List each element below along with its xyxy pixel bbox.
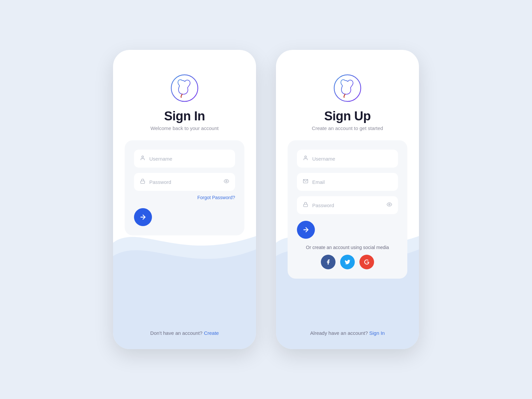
toggle-password-icon[interactable] (224, 179, 229, 185)
email-icon (303, 179, 308, 185)
svg-rect-2 (141, 181, 145, 183)
social-text: Or create an account using social media (297, 245, 398, 250)
svg-rect-8 (304, 204, 308, 206)
signup-email-field (297, 173, 398, 191)
signup-title: Sign Up (324, 109, 371, 123)
twitter-icon (344, 259, 350, 265)
google-icon (364, 259, 370, 265)
signin-card: Forgot Password? (125, 140, 244, 235)
signin-password-field (134, 173, 235, 191)
signup-logo-area: Sign Up Create an account to get started (312, 73, 383, 131)
svg-point-3 (226, 181, 227, 182)
signup-bottom-text: Already have an account? Sign In (310, 330, 385, 336)
svg-point-6 (305, 156, 306, 158)
arrow-right-signup-icon (302, 226, 310, 233)
signin-username-field (134, 150, 235, 168)
signup-logo (332, 73, 362, 103)
lock-icon (140, 179, 145, 185)
signup-password-input[interactable] (312, 202, 383, 208)
signin-logo-area: Sign In Welcome back to your account (151, 73, 219, 131)
forgot-password-link[interactable]: Forgot Password? (134, 195, 235, 200)
signin-password-input[interactable] (149, 179, 220, 185)
facebook-icon (325, 259, 331, 265)
facebook-button[interactable] (321, 255, 335, 269)
signup-username-field (297, 150, 398, 168)
toggle-signup-password-icon[interactable] (387, 202, 392, 208)
arrow-right-icon (139, 213, 147, 221)
signup-username-input[interactable] (312, 156, 392, 162)
svg-point-5 (334, 75, 361, 101)
signin-logo (170, 73, 200, 103)
signup-card: Or create an account using social media (288, 140, 407, 279)
twitter-button[interactable] (340, 255, 355, 269)
signup-subtitle: Create an account to get started (312, 125, 383, 131)
svg-point-1 (142, 156, 143, 158)
signup-password-field (297, 196, 398, 214)
svg-point-9 (389, 204, 390, 205)
google-button[interactable] (359, 255, 374, 269)
signup-phone: Sign Up Create an account to get started (276, 50, 419, 349)
svg-point-0 (171, 75, 198, 101)
signin-subtitle: Welcome back to your account (151, 125, 219, 131)
lock-icon-signup (303, 202, 308, 208)
signin-submit-button[interactable] (134, 208, 152, 226)
signin-phone: Sign In Welcome back to your account (113, 50, 256, 349)
signin-link[interactable]: Sign In (369, 330, 385, 336)
user-icon-signup (303, 155, 308, 162)
signup-submit-button[interactable] (297, 221, 315, 239)
user-icon (140, 155, 145, 162)
signup-email-input[interactable] (312, 179, 392, 185)
create-account-link[interactable]: Create (204, 330, 219, 336)
signin-bottom-text: Don't have an account? Create (150, 330, 219, 336)
signin-username-input[interactable] (149, 156, 229, 162)
signin-title: Sign In (164, 109, 205, 123)
social-icons-group (297, 255, 398, 269)
